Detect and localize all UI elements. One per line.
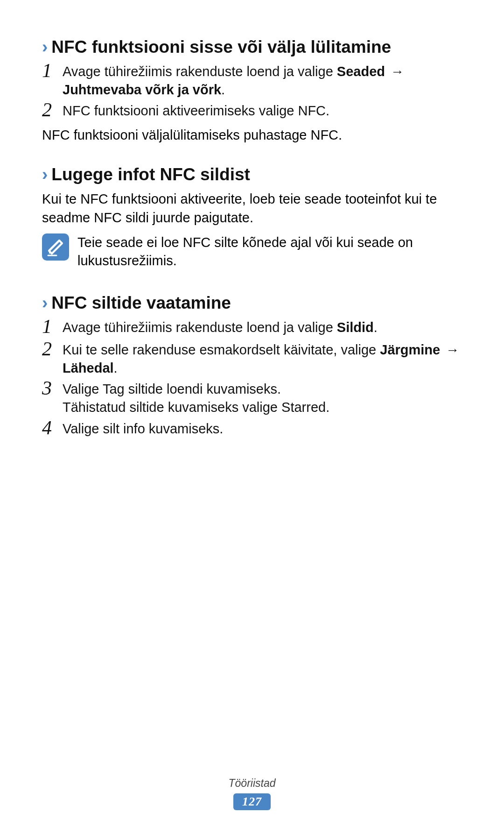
step-body: Valige Tag siltide loendi kuvamiseks.Täh… <box>63 380 462 417</box>
step-number: 1 <box>42 61 63 80</box>
step-number: 2 <box>42 100 63 120</box>
step-body: Avage tühirežiimis rakenduste loend ja v… <box>63 63 462 99</box>
step-row: 3 Valige Tag siltide loendi kuvamiseks.T… <box>42 380 462 417</box>
chevron-icon: › <box>42 37 48 57</box>
heading-text: NFC siltide vaatamine <box>51 293 231 312</box>
note-icon <box>42 233 69 261</box>
step-row: 1 Avage tühirežiimis rakenduste loend ja… <box>42 63 462 99</box>
step-row: 2 NFC funktsiooni aktiveerimiseks valige… <box>42 102 462 121</box>
section-heading-nfc-read: ›Lugege infot NFC sildist <box>42 165 462 184</box>
step-number: 4 <box>42 418 63 438</box>
step-body: Avage tühirežiimis rakenduste loend ja v… <box>63 318 462 337</box>
page-footer: Tööriistad 127 <box>0 777 504 810</box>
heading-text: NFC funktsiooni sisse või välja lülitami… <box>51 37 391 57</box>
note-text: Teie seade ei loe NFC silte kõnede ajal … <box>77 233 462 270</box>
page-number: 127 <box>233 793 271 810</box>
step-row: 1 Avage tühirežiimis rakenduste loend ja… <box>42 318 462 338</box>
step-number: 3 <box>42 378 63 398</box>
step-body: Valige silt info kuvamiseks. <box>63 420 462 438</box>
note-row: Teie seade ei loe NFC silte kõnede ajal … <box>42 233 462 270</box>
step-body: Kui te selle rakenduse esmakordselt käiv… <box>63 341 462 377</box>
step-number: 1 <box>42 317 63 336</box>
section-heading-nfc-toggle: ›NFC funktsiooni sisse või välja lülitam… <box>42 37 462 57</box>
heading-text: Lugege infot NFC sildist <box>51 165 250 184</box>
section-body-text: Kui te NFC funktsiooni aktiveerite, loeb… <box>42 190 462 226</box>
manual-page: ›NFC funktsiooni sisse või välja lülitam… <box>0 0 504 827</box>
section-heading-nfc-view-tags: ›NFC siltide vaatamine <box>42 293 462 313</box>
step-row: 4 Valige silt info kuvamiseks. <box>42 420 462 439</box>
chevron-icon: › <box>42 293 48 312</box>
chevron-icon: › <box>42 165 48 184</box>
footer-category: Tööriistad <box>0 777 504 790</box>
step-number: 2 <box>42 339 63 359</box>
step-body: NFC funktsiooni aktiveerimiseks valige N… <box>63 102 462 120</box>
section-after-text: NFC funktsiooni väljalülitamiseks puhast… <box>42 126 462 144</box>
step-row: 2 Kui te selle rakenduse esmakordselt kä… <box>42 341 462 377</box>
